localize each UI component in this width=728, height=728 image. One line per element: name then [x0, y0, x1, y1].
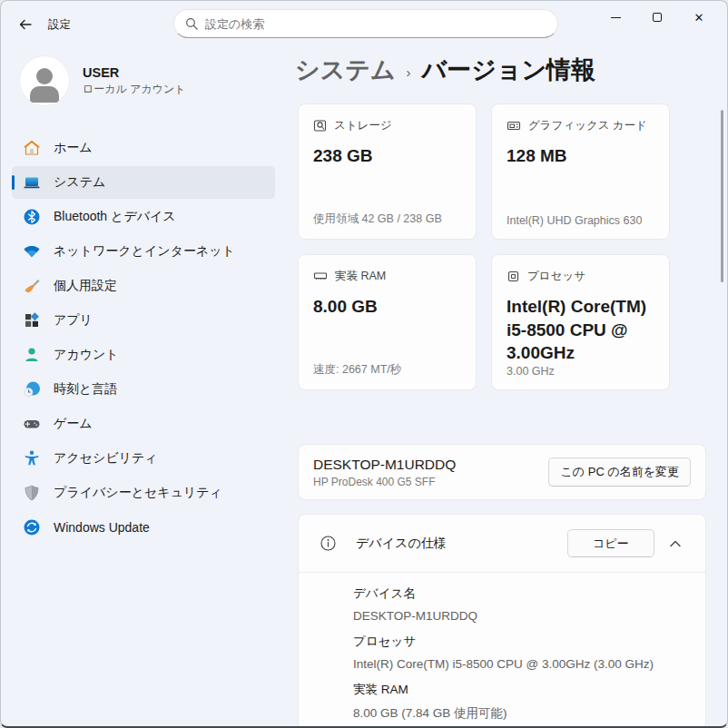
card-label: 実装 RAM — [335, 269, 386, 284]
spec-label: デバイス名 — [353, 585, 691, 602]
copy-button[interactable]: コピー — [567, 529, 654, 557]
device-specs-panel: デバイスの仕様 コピー デバイス名 DESKTOP-M1URDDQ プロセッサ … — [298, 514, 706, 728]
breadcrumb-separator-icon: › — [407, 61, 411, 80]
ram-icon — [313, 270, 328, 283]
accessibility-icon — [23, 449, 41, 467]
spec-label: 実装 RAM — [353, 682, 691, 698]
sidebar-item-label: ネットワークとインターネット — [54, 243, 235, 260]
maximize-button[interactable] — [636, 1, 678, 34]
sidebar-item-label: ゲーム — [54, 416, 93, 432]
main-content: システム › バージョン情報 ストレージ 238 GB 使用領域 42 GB /… — [286, 46, 727, 726]
sidebar-item-time-language[interactable]: 時刻と言語 — [12, 373, 275, 406]
card-label: ストレージ — [334, 118, 392, 133]
storage-card: ストレージ 238 GB 使用領域 42 GB / 238 GB — [298, 103, 477, 240]
back-arrow-icon — [18, 17, 33, 32]
sidebar-item-label: プライバシーとセキュリティ — [54, 485, 222, 501]
card-detail: 使用領域 42 GB / 238 GB — [313, 212, 461, 227]
card-detail: Intel(R) UHD Graphics 630 — [507, 214, 654, 227]
sidebar-item-label: Bluetooth とデバイス — [54, 209, 176, 225]
sidebar-item-label: システム — [54, 174, 105, 191]
sidebar-item-bluetooth-devices[interactable]: Bluetooth とデバイス — [12, 201, 275, 233]
sidebar-item-label: 個人用設定 — [54, 278, 117, 294]
back-button[interactable] — [14, 13, 37, 36]
sidebar-item-label: アプリ — [54, 312, 93, 329]
spec-value: DESKTOP-M1URDDQ — [353, 609, 691, 623]
sidebar: USER ローカル アカウント ホーム — [1, 46, 286, 726]
card-value: 128 MB — [507, 144, 654, 168]
titlebar: 設定 ✕ — [1, 1, 727, 46]
sidebar-item-personalization[interactable]: 個人用設定 — [12, 270, 275, 302]
info-icon — [320, 536, 336, 551]
processor-card: プロセッサ Intel(R) Core(TM) i5-8500 CPU @ 3.… — [491, 254, 670, 390]
chevron-up-icon — [670, 540, 681, 547]
graphics-card: グラフィックス カード 128 MB Intel(R) UHD Graphics… — [491, 103, 670, 240]
sidebar-item-label: ホーム — [54, 140, 93, 156]
apps-icon — [23, 311, 41, 330]
windows-update-icon — [23, 518, 41, 536]
privacy-icon — [23, 484, 41, 502]
sidebar-item-windows-update[interactable]: Windows Update — [12, 511, 275, 544]
sidebar-item-label: Windows Update — [54, 520, 150, 535]
user-account-type: ローカル アカウント — [83, 82, 186, 97]
breadcrumb: システム › バージョン情報 — [295, 54, 595, 86]
card-value: 238 GB — [313, 144, 461, 168]
user-name: USER — [83, 65, 186, 80]
window-controls: ✕ — [595, 1, 720, 37]
sidebar-item-apps[interactable]: アプリ — [12, 304, 275, 337]
device-name-panel: DESKTOP-M1URDDQ HP ProDesk 400 G5 SFF この… — [298, 444, 706, 500]
ram-card: 実装 RAM 8.00 GB 速度: 2667 MT/秒 — [298, 254, 477, 390]
sidebar-item-privacy-security[interactable]: プライバシーとセキュリティ — [12, 477, 275, 509]
spec-row-ram: 実装 RAM 8.00 GB (7.84 GB 使用可能) — [353, 682, 691, 722]
gpu-icon — [507, 119, 521, 133]
minimize-button[interactable] — [595, 1, 636, 34]
search-icon — [185, 17, 198, 30]
user-account-block[interactable]: USER ローカル アカウント — [1, 46, 286, 115]
sidebar-nav: ホーム システム — [1, 132, 286, 544]
bluetooth-icon — [23, 208, 41, 226]
sidebar-item-accessibility[interactable]: アクセシビリティ — [12, 442, 275, 475]
rename-pc-button[interactable]: この PC の名前を変更 — [548, 457, 691, 487]
card-value: 8.00 GB — [313, 295, 461, 319]
app-title: 設定 — [48, 17, 71, 33]
card-detail: 速度: 2667 MT/秒 — [313, 362, 461, 378]
collapse-button[interactable] — [662, 530, 689, 557]
card-detail: 3.00 GHz — [507, 365, 654, 378]
search-box[interactable] — [173, 9, 558, 38]
search-input[interactable] — [205, 17, 546, 31]
card-label: プロセッサ — [527, 269, 585, 284]
spec-value: 8.00 GB (7.84 GB 使用可能) — [353, 705, 691, 722]
card-value: Intel(R) Core(TM) i5-8500 CPU @ 3.00GHz — [507, 295, 654, 365]
sidebar-item-label: 時刻と言語 — [54, 381, 117, 398]
avatar — [19, 55, 70, 106]
close-button[interactable]: ✕ — [678, 1, 720, 34]
cpu-icon — [507, 270, 520, 283]
device-model: HP ProDesk 400 G5 SFF — [313, 476, 456, 488]
device-specs-header[interactable]: デバイスの仕様 コピー — [299, 515, 705, 573]
accounts-icon — [23, 346, 41, 364]
sidebar-item-home[interactable]: ホーム — [12, 132, 275, 164]
sidebar-item-system[interactable]: システム — [12, 166, 275, 199]
sidebar-item-gaming[interactable]: ゲーム — [12, 408, 275, 440]
page-title: バージョン情報 — [422, 54, 596, 86]
device-name: DESKTOP-M1URDDQ — [313, 457, 456, 473]
sidebar-item-label: アカウント — [54, 347, 119, 363]
device-specs-title: デバイスの仕様 — [356, 536, 447, 552]
minimize-icon — [611, 17, 621, 18]
sidebar-item-accounts[interactable]: アカウント — [12, 339, 275, 371]
spec-row-device-name: デバイス名 DESKTOP-M1URDDQ — [353, 585, 691, 623]
home-icon — [23, 139, 41, 157]
scrollbar-thumb[interactable] — [721, 110, 723, 282]
spec-row-processor: プロセッサ Intel(R) Core(TM) i5-8500 CPU @ 3.… — [353, 634, 691, 671]
maximize-icon — [653, 13, 662, 22]
gaming-icon — [23, 415, 41, 433]
storage-icon — [313, 119, 327, 133]
spec-value: Intel(R) Core(TM) i5-8500 CPU @ 3.00GHz … — [353, 657, 691, 671]
time-language-icon — [23, 380, 41, 398]
settings-window: 設定 ✕ USER ローカル アカウント — [0, 0, 728, 728]
sidebar-item-label: アクセシビリティ — [54, 450, 158, 467]
device-specs-body: デバイス名 DESKTOP-M1URDDQ プロセッサ Intel(R) Cor… — [299, 573, 705, 728]
close-icon: ✕ — [694, 11, 704, 25]
breadcrumb-parent[interactable]: システム — [295, 54, 396, 86]
spec-label: プロセッサ — [353, 634, 691, 650]
sidebar-item-network-internet[interactable]: ネットワークとインターネット — [12, 235, 275, 268]
